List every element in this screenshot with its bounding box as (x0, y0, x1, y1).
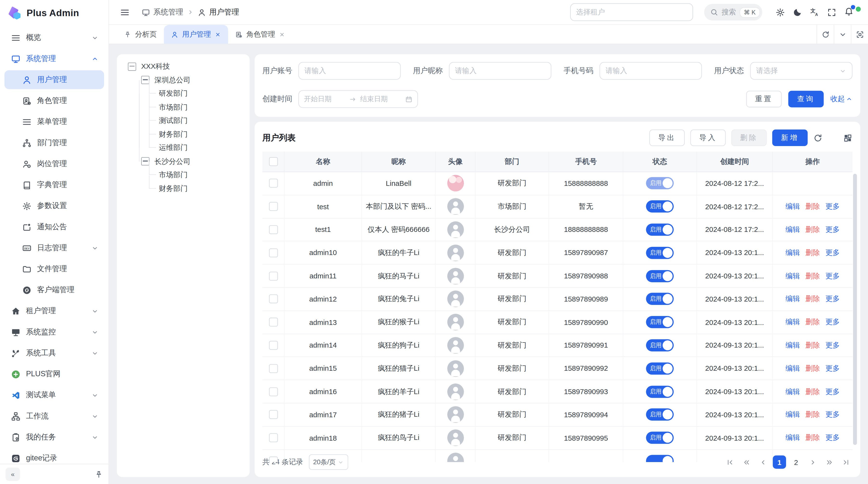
row-checkbox[interactable] (269, 295, 278, 303)
sidebar-item-my-tasks[interactable]: 我的任务 (4, 428, 104, 447)
edit-link[interactable]: 编辑 (785, 317, 800, 327)
row-checkbox[interactable] (269, 318, 278, 327)
breadcrumb-item-user[interactable]: 用户管理 (198, 7, 239, 17)
edit-link[interactable]: 编辑 (785, 271, 800, 281)
delete-link[interactable]: 删除 (806, 363, 820, 374)
sidebar-item-user-mgmt[interactable]: 用户管理 (4, 70, 104, 89)
status-toggle[interactable]: 启用 (646, 247, 674, 259)
search-button[interactable]: 查询 (788, 91, 824, 107)
tree-collapse-box[interactable] (128, 62, 136, 71)
sidebar-collapse-button[interactable]: « (5, 467, 20, 481)
edit-link[interactable]: 编辑 (785, 433, 800, 443)
sidebar-item-system-monitor[interactable]: 系统监控 (4, 323, 104, 342)
edit-link[interactable]: 编辑 (785, 363, 800, 374)
tree-node[interactable]: 测试部门 (121, 114, 245, 128)
import-button[interactable]: 导入 (690, 129, 726, 146)
tree-node[interactable]: 长沙分公司 (121, 155, 245, 168)
sidebar-item-log-mgmt[interactable]: DEV日志管理 (4, 238, 104, 257)
more-link[interactable]: 更多 (825, 433, 840, 443)
tab-role-mgmt[interactable]: 角色管理 (228, 25, 292, 44)
sidebar-item-workflow[interactable]: 工作流 (4, 407, 104, 425)
more-link[interactable]: 更多 (825, 248, 840, 258)
more-link[interactable]: 更多 (825, 317, 840, 327)
more-link[interactable]: 更多 (825, 294, 840, 304)
tenant-select[interactable]: 选择租户 (570, 3, 693, 21)
delete-link[interactable]: 删除 (806, 271, 820, 281)
select-all-checkbox[interactable] (269, 157, 278, 166)
sidebar-item-system-tools[interactable]: 系统工具 (4, 344, 104, 362)
edit-link[interactable]: 编辑 (785, 201, 800, 212)
row-checkbox[interactable] (269, 410, 278, 419)
tree-node[interactable]: 市场部门 (121, 168, 245, 182)
status-toggle[interactable]: 启用 (646, 362, 674, 375)
account-input[interactable]: 请输入 (298, 62, 401, 79)
status-select[interactable]: 请选择 (750, 62, 852, 79)
table-scrollbar[interactable] (853, 174, 857, 445)
status-toggle[interactable]: 启用 (646, 339, 674, 351)
row-checkbox[interactable] (269, 271, 278, 280)
status-toggle[interactable]: 启用 (646, 178, 674, 190)
tree-node[interactable]: XXX科技 (121, 60, 245, 73)
language-translate-icon[interactable]: 文A (810, 7, 819, 17)
breadcrumb-item-system[interactable]: 系统管理 (142, 7, 183, 17)
sidebar-item-dict-mgmt[interactable]: 字典管理 (4, 175, 104, 194)
sidebar-item-menu-mgmt[interactable]: 菜单管理 (4, 112, 104, 131)
row-checkbox[interactable] (269, 179, 278, 188)
nickname-input[interactable]: 请输入 (449, 62, 551, 79)
sidebar-item-post-mgmt[interactable]: 岗位管理 (4, 155, 104, 173)
more-link[interactable]: 更多 (825, 271, 840, 281)
tab-menu-button[interactable] (834, 25, 851, 44)
status-toggle[interactable]: 启用 (646, 293, 674, 305)
sidebar-item-notice[interactable]: 通知公告 (4, 218, 104, 236)
dark-mode-moon-icon[interactable] (793, 7, 802, 17)
row-checkbox[interactable] (269, 225, 278, 234)
sidebar-item-param-settings[interactable]: 参数设置 (4, 196, 104, 215)
sidebar-item-plus-site[interactable]: PLUS官网 (4, 365, 104, 384)
sidebar-item-tenant-mgmt[interactable]: 租户管理 (4, 301, 104, 320)
export-button[interactable]: 导出 (649, 129, 685, 146)
date-range-picker[interactable]: 开始日期 结束日期 (298, 90, 418, 108)
delete-link[interactable]: 删除 (806, 340, 820, 350)
delete-link[interactable]: 删除 (806, 387, 820, 396)
global-search[interactable]: 搜索 ⌘ K (704, 4, 762, 21)
sidebar-item-file-mgmt[interactable]: 文件管理 (4, 260, 104, 279)
edit-link[interactable]: 编辑 (785, 340, 800, 350)
sidebar-item-dept-mgmt[interactable]: 部门管理 (4, 133, 104, 152)
sidebar-item-system-mgmt[interactable]: 系统管理 (4, 49, 104, 68)
more-link[interactable]: 更多 (825, 225, 840, 234)
tab-fullscreen-button[interactable] (851, 25, 868, 44)
row-checkbox[interactable] (269, 202, 278, 211)
more-link[interactable]: 更多 (825, 387, 840, 396)
fullscreen-icon[interactable] (827, 7, 836, 17)
sidebar-item-client-mgmt[interactable]: 客户端管理 (4, 281, 104, 299)
collapse-filters-link[interactable]: 收起 (830, 94, 852, 104)
hamburger-icon[interactable] (120, 7, 129, 17)
row-checkbox[interactable] (269, 456, 278, 462)
more-link[interactable]: 更多 (825, 201, 840, 212)
sidebar-item-role-mgmt[interactable]: 角色管理 (4, 91, 104, 110)
tree-node[interactable]: 财务部门 (121, 182, 245, 195)
row-checkbox[interactable] (269, 387, 278, 396)
more-link[interactable]: 更多 (825, 363, 840, 374)
delete-link[interactable]: 删除 (806, 317, 820, 327)
delete-link[interactable]: 删除 (806, 433, 820, 443)
status-toggle[interactable]: 启用 (646, 385, 674, 398)
phone-input[interactable]: 请输入 (599, 62, 702, 79)
status-toggle[interactable]: 启用 (646, 224, 674, 236)
edit-link[interactable]: 编辑 (785, 294, 800, 304)
tree-collapse-box[interactable] (141, 157, 149, 166)
status-toggle[interactable]: 启用 (646, 200, 674, 213)
tree-collapse-box[interactable] (141, 76, 149, 84)
delete-link[interactable]: 删除 (806, 201, 820, 212)
status-toggle[interactable]: 启用 (646, 270, 674, 282)
status-toggle[interactable]: 启用 (646, 316, 674, 328)
sidebar-item-overview[interactable]: 概览 (4, 28, 104, 47)
notifications-button[interactable] (844, 7, 854, 18)
tree-node[interactable]: 财务部门 (121, 128, 245, 141)
edit-link[interactable]: 编辑 (785, 387, 800, 396)
edit-link[interactable]: 编辑 (785, 410, 800, 420)
row-checkbox[interactable] (269, 341, 278, 350)
more-link[interactable]: 更多 (825, 410, 840, 420)
tree-node[interactable]: 运维部门 (121, 141, 245, 155)
sidebar-pin-icon[interactable] (95, 470, 103, 478)
